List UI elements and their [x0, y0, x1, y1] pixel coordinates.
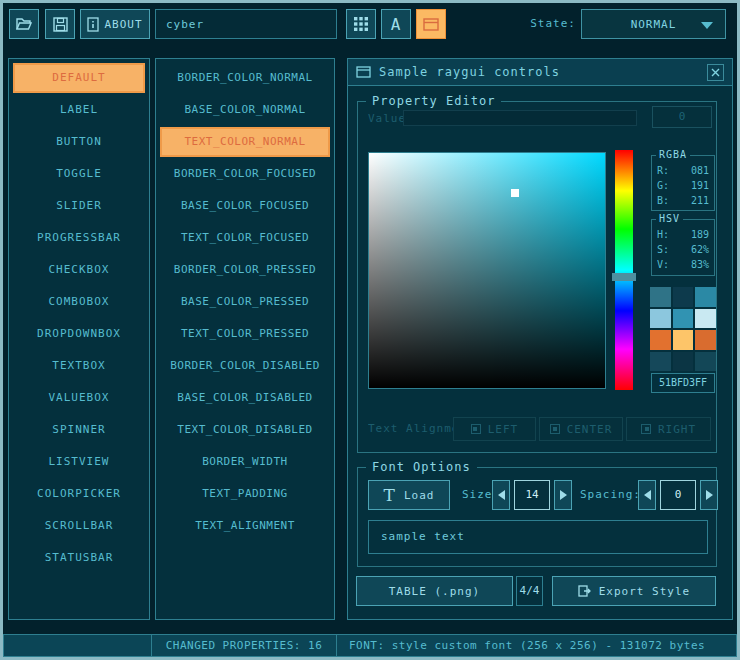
property-list-item[interactable]: TEXT_COLOR_DISABLED	[160, 415, 330, 445]
export-icon	[578, 584, 591, 598]
property-list-item[interactable]: BORDER_COLOR_DISABLED	[160, 351, 330, 381]
align-center-button[interactable]: CENTER	[539, 417, 623, 441]
color-swatch[interactable]	[673, 287, 694, 307]
color-picker-panel[interactable]	[368, 152, 606, 389]
color-swatch[interactable]	[695, 309, 716, 329]
rgba-group: RGBA R:081 G:191 B:211	[651, 155, 715, 211]
control-list-item[interactable]: SPINNER	[13, 415, 145, 445]
status-cell-empty	[3, 634, 152, 657]
grid-icon	[354, 17, 368, 31]
folder-open-icon	[16, 17, 32, 31]
about-button[interactable]: ABOUT	[80, 9, 150, 39]
load-font-button[interactable]: T Load	[368, 480, 450, 510]
color-swatch[interactable]	[695, 352, 716, 372]
statusbar: CHANGED PROPERTIES: 16 FONT: style custo…	[3, 634, 737, 657]
align-center-label: CENTER	[567, 423, 613, 436]
control-list-item[interactable]: BUTTON	[13, 127, 145, 157]
control-list-item[interactable]: PROGRESSBAR	[13, 223, 145, 253]
property-list-item[interactable]: BASE_COLOR_PRESSED	[160, 287, 330, 317]
style-name-input[interactable]	[155, 9, 337, 39]
color-swatch[interactable]	[673, 352, 694, 372]
color-swatch[interactable]	[673, 330, 694, 350]
g-label: G:	[657, 178, 669, 193]
control-list-item[interactable]: COMBOBOX	[13, 287, 145, 317]
property-list-item[interactable]: BORDER_COLOR_FOCUSED	[160, 159, 330, 189]
open-style-button[interactable]	[9, 9, 39, 39]
control-list-item[interactable]: CHECKBOX	[13, 255, 145, 285]
property-list-item[interactable]: BORDER_COLOR_PRESSED	[160, 255, 330, 285]
color-swatch[interactable]	[650, 309, 671, 329]
arrow-right-icon	[706, 490, 713, 500]
color-cursor[interactable]	[511, 189, 519, 197]
font-view-button[interactable]: A	[381, 9, 411, 39]
control-list-item[interactable]: LISTVIEW	[13, 447, 145, 477]
save-style-button[interactable]	[45, 9, 75, 39]
property-list-item[interactable]: TEXT_COLOR_FOCUSED	[160, 223, 330, 253]
color-swatch[interactable]	[673, 309, 694, 329]
s-label: S:	[657, 242, 669, 257]
property-list-item[interactable]: BORDER_WIDTH	[160, 447, 330, 477]
v-value: 83%	[691, 257, 709, 272]
property-editor-group: Property Editor Value: 0 RGBA R:081 G:19…	[357, 101, 717, 453]
align-left-button[interactable]: LEFT	[453, 417, 536, 441]
rgba-group-label: RGBA	[656, 149, 690, 161]
size-increment-button[interactable]	[554, 480, 572, 510]
align-right-icon	[641, 424, 651, 434]
spacing-increment-button[interactable]	[700, 480, 718, 510]
control-list-item[interactable]: LABEL	[13, 95, 145, 125]
color-swatch[interactable]	[650, 352, 671, 372]
s-value: 62%	[691, 242, 709, 257]
load-font-label: Load	[404, 489, 435, 502]
control-list-item[interactable]: SCROLLBAR	[13, 511, 145, 541]
arrow-right-icon	[560, 490, 567, 500]
property-list-item[interactable]: TEXT_COLOR_NORMAL	[160, 127, 330, 157]
color-swatch[interactable]	[695, 287, 716, 307]
color-swatch[interactable]	[650, 330, 671, 350]
property-list-item[interactable]: TEXT_PADDING	[160, 479, 330, 509]
align-right-button[interactable]: RIGHT	[626, 417, 711, 441]
value-spinner-button[interactable]: 0	[652, 106, 712, 128]
spacing-value[interactable]: 0	[660, 480, 696, 510]
property-list-item[interactable]: TEXT_ALIGNMENT	[160, 511, 330, 541]
r-value: 081	[691, 163, 709, 178]
sample-controls-window: Sample raygui controls Property Editor V…	[347, 58, 733, 620]
controls-view-button[interactable]	[416, 9, 446, 39]
sample-text-box[interactable]: sample text	[368, 520, 708, 554]
close-button[interactable]	[707, 64, 724, 81]
size-decrement-button[interactable]	[492, 480, 510, 510]
control-list-item[interactable]: TOGGLE	[13, 159, 145, 189]
value-input[interactable]	[403, 110, 637, 126]
color-swatch[interactable]	[695, 330, 716, 350]
property-list-item[interactable]: BASE_COLOR_NORMAL	[160, 95, 330, 125]
control-list-item[interactable]: STATUSBAR	[13, 543, 145, 573]
property-list-item[interactable]: BORDER_COLOR_NORMAL	[160, 63, 330, 93]
hue-slider[interactable]	[615, 150, 633, 390]
b-value: 211	[691, 193, 709, 208]
table-export-button[interactable]: TABLE (.png)	[356, 576, 513, 606]
control-list-item[interactable]: VALUEBOX	[13, 383, 145, 413]
spacing-decrement-button[interactable]	[638, 480, 656, 510]
align-right-label: RIGHT	[658, 423, 696, 436]
h-value: 189	[691, 227, 709, 242]
control-list-item[interactable]: COLORPICKER	[13, 479, 145, 509]
property-list-item[interactable]: TEXT_COLOR_PRESSED	[160, 319, 330, 349]
property-list-item[interactable]: BASE_COLOR_FOCUSED	[160, 191, 330, 221]
control-list-item[interactable]: TEXTBOX	[13, 351, 145, 381]
control-list-item[interactable]: DROPDOWNBOX	[13, 319, 145, 349]
property-list-item[interactable]: BASE_COLOR_DISABLED	[160, 383, 330, 413]
size-value[interactable]: 14	[514, 480, 550, 510]
chevron-down-icon	[701, 22, 713, 29]
sample-window-titlebar[interactable]: Sample raygui controls	[348, 59, 732, 86]
control-list-item[interactable]: SLIDER	[13, 191, 145, 221]
hex-color-input[interactable]: 51BFD3FF	[651, 373, 715, 393]
hue-slider-handle[interactable]	[612, 273, 636, 281]
control-list-item[interactable]: DEFAULT	[13, 63, 145, 93]
table-view-button[interactable]	[346, 9, 376, 39]
state-dropdown[interactable]: NORMAL	[581, 9, 726, 39]
export-style-button[interactable]: Export Style	[552, 576, 716, 606]
window-panel-icon	[423, 18, 439, 31]
window-icon	[356, 66, 371, 78]
color-swatch[interactable]	[650, 287, 671, 307]
controls-list: DEFAULT LABEL BUTTON TOGGLE SLIDER PROGR…	[8, 58, 150, 620]
arrow-left-icon	[644, 490, 651, 500]
